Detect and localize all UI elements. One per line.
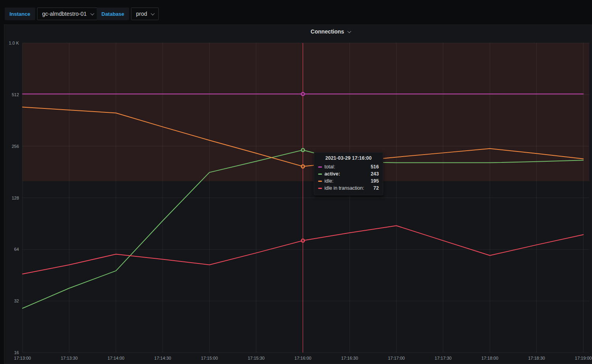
chevron-down-icon [151,11,155,15]
x-axis-tick-label: 17:14:30 [154,356,171,360]
variable-instance-label: Instance [5,7,35,20]
tooltip-series-value: 195 [371,178,379,184]
x-axis-tick-label: 17:16:00 [294,356,311,360]
tooltip-series-label: idle: [324,178,371,184]
series-color-dash-icon [318,188,322,189]
y-axis-tick-label: 128 [12,196,19,200]
x-axis-tick-label: 17:13:00 [14,356,31,360]
series-color-dash-icon [318,166,322,168]
graph-tooltip: 2021-03-29 17:16:00 total: 516 active: 2… [314,152,383,195]
connections-graph[interactable]: 1.0 K51225612864321617:13:0017:13:3017:1… [4,25,592,364]
variable-instance-dropdown[interactable]: gc-almdbtestro-01 [37,7,98,20]
tooltip-series-value: 243 [371,171,379,177]
cursor-point-idle [302,165,305,168]
tooltip-series-label: idle in transaction: [324,185,373,191]
chevron-down-icon [90,11,94,15]
variable-database-dropdown[interactable]: prod [131,7,159,20]
y-axis-tick-label: 64 [14,247,19,252]
tooltip-timestamp: 2021-03-29 17:16:00 [318,155,379,161]
variable-instance-value: gc-almdbtestro-01 [42,11,87,17]
tooltip-row-idle: idle: 195 [318,177,379,185]
cursor-point-active [302,149,305,152]
y-axis-tick-label: 1.0 K [9,41,19,45]
y-axis-tick-label: 32 [14,299,19,303]
connections-panel: Connections 1.0 K51225612864321617:13:00… [4,24,592,364]
tooltip-series-label: total: [324,164,371,170]
x-axis-tick-label: 17:14:00 [107,356,124,360]
x-axis-tick-label: 17:17:00 [388,356,405,360]
x-axis-tick-label: 17:19:00 [575,356,592,360]
tooltip-series-value: 72 [373,185,379,191]
variable-database-label: Database [97,7,129,20]
cursor-point-idle-in-transaction [302,239,305,242]
dashboard-toolbar: Instance gc-almdbtestro-01 Database prod [0,0,592,24]
x-axis-tick-label: 17:15:30 [248,356,265,360]
x-axis-tick-label: 17:15:00 [201,356,218,360]
tooltip-row-idle-in-transaction: idle in transaction: 72 [318,185,379,192]
y-axis-tick-label: 512 [12,92,19,97]
cursor-point-total [302,92,305,95]
x-axis-tick-label: 17:13:30 [61,356,78,360]
tooltip-series-label: active: [324,171,371,177]
x-axis-tick-label: 17:17:30 [435,356,451,360]
x-axis-tick-label: 17:18:30 [528,356,545,360]
y-axis-tick-label: 256 [12,144,19,149]
tooltip-row-active: active: 243 [318,170,379,177]
tooltip-row-total: total: 516 [318,163,379,170]
series-color-dash-icon [318,181,322,182]
series-color-dash-icon [318,174,322,175]
variable-instance: Instance gc-almdbtestro-01 [5,7,98,20]
x-axis-tick-label: 17:16:30 [341,356,358,360]
tooltip-series-value: 516 [371,164,379,170]
variable-database-value: prod [136,11,147,17]
variable-database: Database prod [97,7,159,20]
x-axis-tick-label: 17:18:00 [481,356,498,360]
y-axis-tick-label: 16 [14,350,19,355]
